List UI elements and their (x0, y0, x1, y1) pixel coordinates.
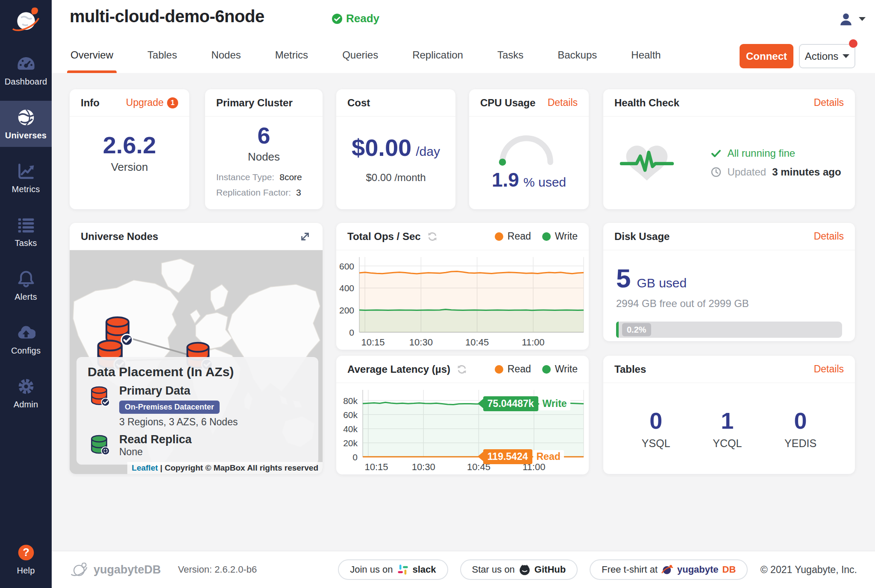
card-title: Disk Usage (614, 231, 669, 243)
legend-write-label: Write (555, 363, 578, 375)
refresh-icon[interactable] (456, 364, 467, 375)
svg-text:10:30: 10:30 (409, 337, 433, 348)
actions-dropdown-button[interactable]: Actions (799, 44, 855, 68)
svg-text:11:00: 11:00 (522, 337, 544, 348)
sidebar-item-universes[interactable]: Universes (0, 101, 52, 147)
slack-brand: slack (413, 564, 436, 575)
svg-text:600: 600 (339, 261, 354, 271)
disk-details-link[interactable]: Details (814, 231, 844, 242)
card-title: CPU Usage (480, 97, 535, 109)
sidebar-item-help[interactable]: ? Help (0, 536, 52, 582)
tab-health[interactable]: Health (630, 43, 661, 73)
cost-per-month: $0.00 /month (366, 172, 426, 184)
upgrade-label: Upgrade (126, 97, 164, 108)
yedis-count: 0 YEDIS (784, 407, 816, 450)
card-title: Health Check (614, 97, 679, 109)
nodes-label: Nodes (248, 150, 280, 164)
ysql-value: 0 (649, 407, 662, 434)
yugabyte-logo-icon[interactable] (10, 4, 42, 36)
connect-button[interactable]: Connect (740, 44, 793, 68)
sidebar: Dashboard Universes Metrics (0, 0, 52, 588)
sidebar-item-dashboard[interactable]: Dashboard (0, 47, 52, 93)
health-check-card: Health Check Details All running fine (603, 89, 855, 209)
tab-replication[interactable]: Replication (411, 43, 464, 73)
updated-value: 3 minutes ago (772, 166, 841, 178)
total-ops-chart[interactable]: 020040060010:1510:3010:4511:00 (336, 250, 589, 349)
tab-nodes[interactable]: Nodes (210, 43, 241, 73)
sidebar-item-configs[interactable]: Configs (0, 316, 52, 362)
tshirt-button[interactable]: Free t-shirt at yugabyteDB (590, 559, 748, 580)
read-dot-icon (495, 232, 503, 241)
primary-cluster-card: Primary Cluster 6 Nodes Instance Type:8c… (205, 89, 323, 209)
yugabyte-mini-logo-icon (661, 564, 673, 576)
primary-data-desc: 3 Regions, 3 AZS, 6 Nodes (119, 416, 238, 428)
primary-data-db-icon (88, 384, 111, 407)
read-replica-db-icon (88, 433, 111, 456)
sidebar-item-label: Universes (5, 131, 47, 140)
health-details-link[interactable]: Details (814, 97, 844, 108)
card-title: Tables (614, 363, 646, 375)
user-avatar-icon (839, 12, 853, 26)
tables-details-link[interactable]: Details (814, 363, 844, 375)
sidebar-item-alerts[interactable]: Alerts (0, 262, 52, 308)
instance-type-row: Instance Type:8core (216, 170, 311, 185)
avg-latency-chart[interactable]: 020k40k60k80k10:1510:3010:4511:0075.0448… (336, 383, 589, 474)
help-icon: ? (17, 543, 35, 562)
card-title: Average Latency (µs) (347, 363, 450, 375)
tab-metrics[interactable]: Metrics (274, 43, 309, 73)
sidebar-item-metrics[interactable]: Metrics (0, 155, 52, 201)
github-button[interactable]: Star us on GitHub (460, 559, 578, 580)
series-value-chip: 119.5424Read (478, 449, 564, 464)
chart-legend: Read Write (495, 363, 578, 375)
disk-used-unit: GB used (637, 276, 687, 290)
card-title: Primary Cluster (216, 97, 293, 109)
sidebar-item-label: Tasks (15, 238, 37, 248)
instance-type-key: Instance Type: (216, 172, 274, 182)
bell-icon (17, 269, 35, 288)
svg-text:60k: 60k (343, 410, 358, 420)
footer-links: Join us on slack Star us on GitHub (338, 559, 748, 580)
legend-read: Read (495, 363, 531, 375)
series-value-chip: 75.04487kWrite (478, 396, 570, 411)
slack-button[interactable]: Join us on slack (338, 559, 448, 580)
footer-brand-text: yugabyteDB (94, 563, 161, 576)
upgrade-link[interactable]: Upgrade 1 (126, 97, 178, 108)
user-menu[interactable] (839, 12, 866, 26)
instance-type-value: 8core (279, 172, 302, 182)
write-dot-icon (542, 232, 551, 241)
sidebar-item-tasks[interactable]: Tasks (0, 208, 52, 255)
expand-icon[interactable] (299, 230, 311, 243)
check-circle-icon (332, 13, 343, 24)
primary-data-label: Primary Data (119, 384, 238, 398)
tab-tables[interactable]: Tables (147, 43, 178, 73)
refresh-icon[interactable] (427, 231, 438, 242)
notification-dot (849, 39, 857, 48)
universe-header: multi-cloud-demo-6node Ready Overview Ta… (52, 0, 875, 73)
tab-overview[interactable]: Overview (70, 43, 114, 73)
world-map[interactable]: Data Placement (In AZs) Primary Data On-… (70, 250, 323, 474)
sidebar-item-admin[interactable]: Admin (0, 370, 52, 416)
sidebar-item-label: Help (17, 566, 35, 576)
read-replica-desc: None (119, 446, 192, 458)
tab-backups[interactable]: Backups (557, 43, 598, 73)
svg-text:200: 200 (339, 305, 354, 315)
tab-tasks[interactable]: Tasks (496, 43, 524, 73)
version-value: 2.6.2 (103, 133, 156, 158)
chevron-down-icon (859, 17, 866, 21)
provider-badge: On-Premises Datacenter (119, 401, 220, 414)
tab-queries[interactable]: Queries (341, 43, 379, 73)
github-brand: GitHub (534, 564, 566, 575)
total-ops-card: Total Ops / Sec Read Write 020040060010:… (336, 223, 589, 350)
sidebar-item-label: Dashboard (5, 77, 47, 87)
sidebar-item-label: Metrics (12, 184, 40, 194)
tasks-list-icon (17, 216, 35, 234)
universe-title: multi-cloud-demo-6node (70, 7, 264, 26)
chevron-down-icon (843, 54, 849, 58)
leaflet-link[interactable]: Leaflet (132, 463, 158, 472)
svg-text:10:15: 10:15 (361, 337, 385, 348)
metrics-chart-icon (17, 162, 35, 181)
status-badge: Ready (332, 12, 379, 25)
cpu-details-link[interactable]: Details (548, 97, 578, 108)
legend-read-label: Read (508, 231, 531, 242)
replication-factor-row: Replication Factor:3 (216, 185, 311, 201)
